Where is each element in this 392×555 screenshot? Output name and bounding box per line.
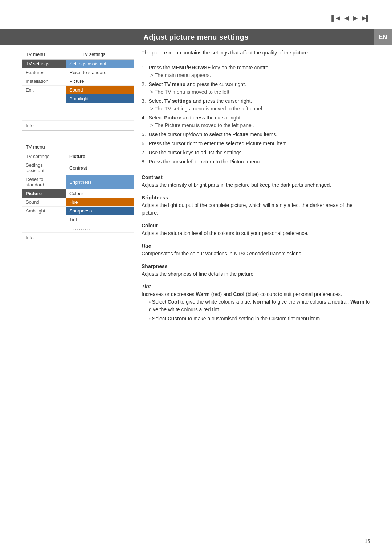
menu2-header-col2	[78, 142, 134, 152]
section-sharpness-text: Adjusts the sharpness of fine details in…	[142, 270, 370, 278]
menu1-header-col1: TV menu	[22, 49, 78, 59]
menu2-row-6: Ambilight Sharpness	[22, 207, 134, 215]
menu2-row2-right[interactable]: Contrast	[66, 161, 134, 175]
section-hue-title: Hue	[142, 243, 370, 249]
menu-box-2: TV menu TV settings Picture Settings ass…	[22, 142, 134, 243]
section-contrast-title: Contrast	[142, 174, 370, 180]
section-sharpness: Sharpness Adjusts the sharpness of fine …	[142, 263, 370, 278]
menu1-row3-right[interactable]: Picture	[66, 77, 134, 85]
section-brightness-title: Brightness	[142, 195, 370, 200]
section-contrast-text: Adjusts the intensity of bright parts in…	[142, 181, 370, 189]
menu1-row5-left	[22, 94, 66, 103]
section-sharpness-title: Sharpness	[142, 263, 370, 269]
menu1-row4-right[interactable]: Sound	[66, 86, 134, 94]
menu1-row2-right[interactable]: Reset to standard	[66, 68, 134, 77]
menu2-row5-right[interactable]: Hue	[66, 198, 134, 206]
menu1-row-2: Features Reset to standard	[22, 68, 134, 77]
menu2-row1-left[interactable]: TV settings	[22, 152, 66, 161]
main-content: TV menu TV settings TV settings Settings…	[22, 49, 370, 533]
menu2-row4-left[interactable]: Picture	[22, 189, 66, 198]
tint-bullet-1: Select Cool to give the white colours a …	[149, 298, 370, 313]
menu1-row-4: Exit Sound	[22, 86, 134, 94]
menu2-row8-left	[22, 224, 66, 232]
step-7: 7. Use the cursor keys to adjust the set…	[142, 149, 370, 157]
menu1-row4-left[interactable]: Exit	[22, 86, 66, 94]
step-1: 1. Press the MENU/BROWSE key on the remo…	[142, 64, 370, 79]
section-colour-text: Adjusts the saturation level of the colo…	[142, 230, 370, 237]
menu1-header-col2: TV settings	[78, 49, 134, 59]
top-nav-bar: ▌◀ ◀ ▶ ▶▌	[331, 15, 370, 21]
menu2-row3-left[interactable]: Reset to standard	[22, 175, 66, 189]
language-badge: EN	[374, 29, 392, 45]
section-tint: Tint Increases or decreases Warm (red) a…	[142, 284, 370, 323]
menu2-row5-left[interactable]: Sound	[22, 198, 66, 206]
section-hue-text: Compensates for the colour variations in…	[142, 250, 370, 258]
forward-icon[interactable]: ▶	[353, 15, 358, 21]
menu1-row2-left[interactable]: Features	[22, 68, 66, 77]
step-4: 4. Select Picture and press the cursor r…	[142, 114, 370, 129]
menu2-row-7: Tint	[22, 215, 134, 224]
menu1-row-7	[22, 112, 134, 121]
menu2-row4-right[interactable]: Colour	[66, 189, 134, 198]
skip-back-icon[interactable]: ▌◀	[331, 15, 340, 21]
menu2-row2-left[interactable]: Settings assistant	[22, 161, 66, 175]
menu2-header-col1: TV menu	[22, 142, 78, 152]
menu1-row-3: Installation Picture	[22, 77, 134, 86]
menu2-row-8: ............	[22, 224, 134, 233]
menu2-row-4: Picture Colour	[22, 189, 134, 198]
title-bar: Adjust picture menu settings EN	[0, 29, 392, 45]
section-tint-title: Tint	[142, 284, 370, 289]
right-panel: The picture menu contains the settings t…	[142, 49, 370, 328]
menu1-header: TV menu TV settings	[22, 49, 134, 60]
menu2-row6-right[interactable]: Sharpness	[66, 207, 134, 215]
step-8: 8. Press the cursor left to return to th…	[142, 158, 370, 166]
step-6: 6. Press the cursor right to enter the s…	[142, 140, 370, 147]
menu2-row7-right[interactable]: Tint	[66, 215, 134, 224]
menu2-row7-left	[22, 215, 66, 224]
step-3: 3. Select TV settings and press the curs…	[142, 97, 370, 113]
menu1-row1-left[interactable]: TV settings	[22, 60, 66, 68]
section-tint-text: Increases or decreases Warm (red) and Co…	[142, 291, 370, 298]
page-title: Adjust picture menu settings	[143, 33, 249, 41]
menu2-row-1: TV settings Picture	[22, 152, 134, 161]
menu1-info: Info	[22, 121, 134, 130]
menu1-row1-right[interactable]: Settings assistant	[66, 60, 134, 68]
menu2-row6-left[interactable]: Ambilight	[22, 207, 66, 215]
menu2-row3-right[interactable]: Brightness	[66, 175, 134, 189]
left-panel: TV menu TV settings TV settings Settings…	[22, 49, 134, 254]
section-hue: Hue Compensates for the colour variation…	[142, 243, 370, 258]
page-number: 15	[364, 538, 370, 544]
intro-text: The picture menu contains the settings t…	[142, 49, 370, 57]
section-brightness: Brightness Adjusts the light output of t…	[142, 195, 370, 217]
menu2-info: Info	[22, 233, 134, 243]
menu1-row5-right[interactable]: Ambilight	[66, 94, 134, 103]
menu2-header: TV menu	[22, 142, 134, 152]
back-icon[interactable]: ◀	[344, 15, 349, 21]
section-contrast: Contrast Adjusts the intensity of bright…	[142, 174, 370, 189]
menu2-row-5: Sound Hue	[22, 198, 134, 207]
section-colour: Colour Adjusts the saturation level of t…	[142, 223, 370, 237]
step-5: 5. Use the cursor up/down to select the …	[142, 131, 370, 138]
section-colour-title: Colour	[142, 223, 370, 228]
menu2-row-2: Settings assistant Contrast	[22, 161, 134, 175]
menu1-row-6	[22, 103, 134, 112]
menu2-row1-right[interactable]: Picture	[66, 152, 134, 161]
section-brightness-text: Adjusts the light output of the complete…	[142, 202, 370, 217]
menu1-row-5: Ambilight	[22, 94, 134, 103]
section-tint-bullets: Select Cool to give the white colours a …	[142, 298, 370, 323]
menu2-row-3: Reset to standard Brightness	[22, 175, 134, 189]
menu-box-1: TV menu TV settings TV settings Settings…	[22, 49, 134, 131]
tint-bullet-2: Select Custom to make a customised setti…	[149, 315, 370, 323]
menu1-row3-left[interactable]: Installation	[22, 77, 66, 85]
menu2-row8-right: ............	[66, 224, 96, 232]
skip-forward-icon[interactable]: ▶▌	[362, 15, 370, 21]
step-2: 2. Select TV menu and press the cursor r…	[142, 81, 370, 96]
steps-list: 1. Press the MENU/BROWSE key on the remo…	[142, 64, 370, 166]
menu1-row-1: TV settings Settings assistant	[22, 60, 134, 68]
